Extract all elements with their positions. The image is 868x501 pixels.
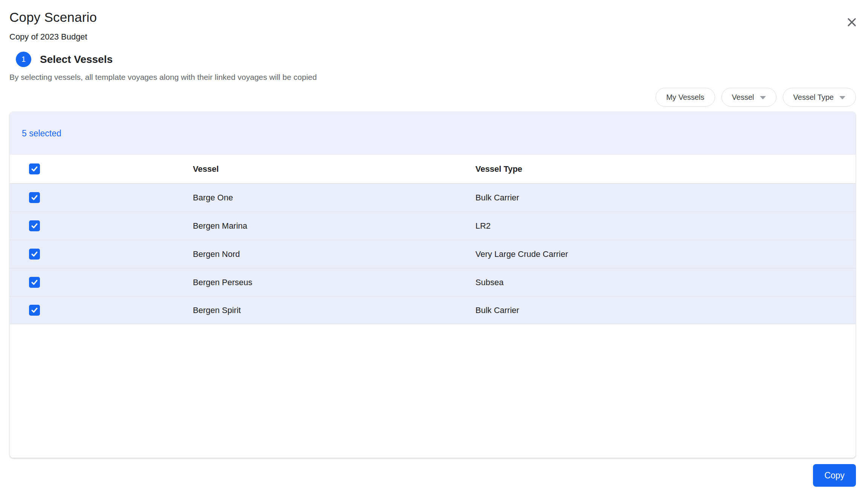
vessel-type-cell: Bulk Carrier [475, 193, 856, 203]
checkmark-icon [31, 306, 38, 314]
vessel-filter-label: Vessel [732, 93, 754, 102]
dialog-subtitle: Copy of 2023 Budget [9, 32, 856, 42]
column-header-vessel: Vessel [193, 164, 475, 174]
vessel-name-cell: Bergen Marina [193, 221, 475, 231]
vessel-type-filter-dropdown[interactable]: Vessel Type [783, 88, 856, 107]
checkmark-icon [31, 165, 38, 173]
checkmark-icon [31, 194, 38, 202]
close-icon [846, 17, 857, 28]
copy-button[interactable]: Copy [813, 464, 856, 487]
filters-row: My Vessels Vessel Vessel Type [9, 88, 856, 107]
select-all-checkbox[interactable] [29, 163, 40, 174]
vessel-type-cell: Bulk Carrier [475, 305, 856, 315]
my-vessels-filter-label: My Vessels [666, 93, 704, 102]
selected-count-label: 5 selected [22, 128, 61, 139]
table-row[interactable]: Bergen Perseus Subsea [10, 268, 856, 296]
checkmark-icon [31, 278, 38, 286]
row-checkbox[interactable] [29, 192, 40, 203]
vessel-type-filter-label: Vessel Type [793, 93, 834, 102]
vessel-type-cell: Very Large Crude Carrier [475, 249, 856, 259]
table-row[interactable]: Barge One Bulk Carrier [10, 183, 856, 211]
page-title: Copy Scenario [9, 10, 856, 25]
selection-summary-bar: 5 selected [10, 112, 856, 155]
vessel-name-cell: Bergen Nord [193, 249, 475, 259]
column-header-vessel-type: Vessel Type [475, 164, 856, 174]
row-checkbox[interactable] [29, 277, 40, 288]
chevron-down-icon [760, 96, 766, 99]
row-checkbox[interactable] [29, 249, 40, 260]
row-checkbox[interactable] [29, 220, 40, 231]
vessel-name-cell: Bergen Perseus [193, 278, 475, 287]
copy-scenario-dialog: Copy Scenario Copy of 2023 Budget 1 Sele… [0, 10, 868, 487]
vessel-name-cell: Bergen Spirit [193, 305, 475, 315]
dialog-footer: Copy [9, 464, 856, 487]
my-vessels-filter-button[interactable]: My Vessels [656, 88, 715, 107]
vessel-type-cell: LR2 [475, 221, 856, 231]
table-row[interactable]: Bergen Nord Very Large Crude Carrier [10, 240, 856, 268]
step-number-badge: 1 [16, 52, 31, 67]
close-button[interactable] [845, 15, 859, 29]
checkmark-icon [31, 222, 38, 230]
vessel-table-card: 5 selected Vessel Vessel Type [9, 112, 856, 458]
table-row[interactable]: Bergen Marina LR2 [10, 211, 856, 240]
vessel-filter-dropdown[interactable]: Vessel [721, 88, 776, 107]
row-checkbox[interactable] [29, 305, 40, 316]
chevron-down-icon [839, 96, 845, 99]
vessel-table-body: Barge One Bulk Carrier Bergen Marina LR2 [10, 183, 856, 324]
step-heading: Select Vessels [40, 53, 113, 66]
vessel-name-cell: Barge One [193, 193, 475, 203]
table-row[interactable]: Bergen Spirit Bulk Carrier [10, 296, 856, 324]
table-header-row: Vessel Vessel Type [10, 155, 856, 183]
vessel-type-cell: Subsea [475, 278, 856, 287]
step-description: By selecting vessels, all template voyag… [9, 73, 856, 82]
step-header: 1 Select Vessels [16, 52, 856, 67]
checkmark-icon [31, 250, 38, 258]
